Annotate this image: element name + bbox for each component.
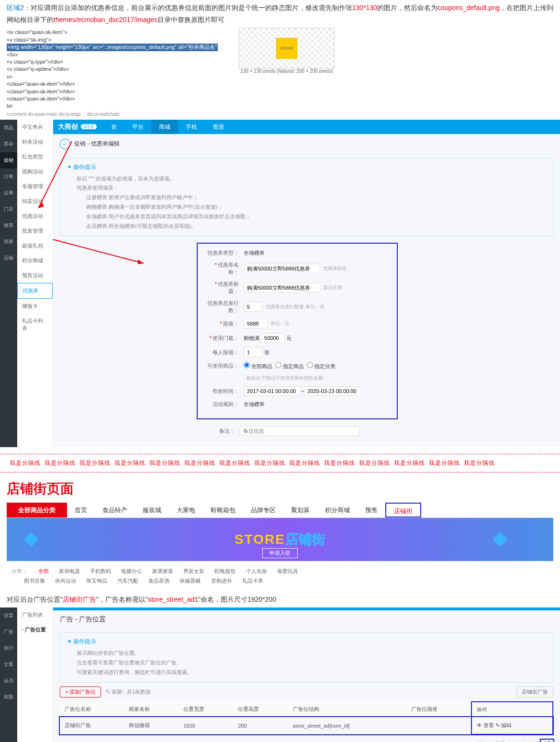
leftbar-item[interactable]: 门店 <box>0 201 17 217</box>
cat-item[interactable]: 礼品卡券 <box>242 576 263 586</box>
nav-tab[interactable]: 积分商城 <box>317 503 358 517</box>
leftbar-item[interactable]: 广告 <box>0 624 17 640</box>
top-tab-active[interactable]: 商城 <box>151 120 178 134</box>
cat-item[interactable]: 鞋靴箱包 <box>214 567 235 576</box>
leftbar-item[interactable]: 会员 <box>0 673 17 689</box>
cat-item[interactable]: 电脑办公 <box>121 567 142 576</box>
page-size-input[interactable] <box>541 740 553 742</box>
subnav-item[interactable]: 广告列表 <box>17 607 53 622</box>
leftbar-item[interactable]: 统计 <box>0 640 17 656</box>
ad-position-table: 广告位名称 商家名称 位置宽度 位置高度 广告位结构 广告位描述 操作 店铺街广… <box>60 701 553 735</box>
thumbnail-preview: 优惠名称 130 × 130 pixels (Natural: 200 × 20… <box>239 28 335 74</box>
leftbar-item[interactable]: 订单 <box>0 169 17 185</box>
leftbar-item[interactable]: 设置 <box>0 607 17 624</box>
logo: 大商创 <box>58 123 78 131</box>
subnav-item[interactable]: 红包类型 <box>17 149 53 164</box>
cat-item[interactable]: 全部 <box>38 567 49 576</box>
nav-tab[interactable]: 聚划算 <box>283 503 317 517</box>
top-tab[interactable]: 资源 <box>205 120 232 134</box>
subnav-item[interactable]: 批发管理 <box>17 224 53 238</box>
nav-tab[interactable]: 预售 <box>358 503 385 517</box>
section-title: 店铺街页面 <box>0 472 560 503</box>
nav-tab[interactable]: 鞋靴箱包 <box>203 503 243 517</box>
date-to[interactable] <box>304 386 361 396</box>
view-link[interactable]: 👁 查看 <box>477 722 494 728</box>
subnav-item[interactable]: 专题管理 <box>17 179 53 194</box>
all-categories-button[interactable]: 全部商品分类 <box>7 503 67 517</box>
cat-item[interactable]: 赏购进补 <box>211 576 232 586</box>
nav-tab-store-street[interactable]: 店铺街 <box>385 503 421 517</box>
subnav-item[interactable]: 礼品卡列表 <box>17 314 53 336</box>
leftbar-item[interactable]: 众筹 <box>0 185 17 201</box>
total-input[interactable] <box>244 302 263 312</box>
face-input[interactable] <box>244 319 268 328</box>
version-badge: V2.0 <box>81 124 97 129</box>
coupon-name-input[interactable] <box>244 264 320 273</box>
cat-item[interactable]: 母婴玩具 <box>277 567 298 576</box>
divider: 我是分隔线我是分隔线我是分隔线我是分隔线我是分隔线我是分隔线我是分隔线我是分隔线… <box>0 454 560 472</box>
cat-item[interactable]: 手机数码 <box>90 567 111 576</box>
tip-box: ✦ 操作提示 标识 "*" 的选项为必填项，其余为选填项。 优惠券使用场景： 注… <box>60 158 553 236</box>
cat-item[interactable]: 家用电器 <box>59 567 80 576</box>
nav-tab[interactable]: 服装城 <box>135 503 169 517</box>
nav-tab[interactable]: 食品特产 <box>95 503 135 517</box>
remark-input[interactable] <box>240 426 359 436</box>
goods-radio-cat[interactable]: 指定分类 <box>307 362 336 370</box>
nav-tab[interactable]: 首页 <box>67 503 95 517</box>
subnav-item[interactable]: 团购活动 <box>17 164 53 179</box>
subnav-item[interactable]: 超值礼包 <box>17 238 53 253</box>
refresh-link[interactable]: ↻ 刷新 - 共1条数据 <box>106 688 151 696</box>
subnav-item[interactable]: 优惠活动 <box>17 209 53 224</box>
subnav-item[interactable]: 预售活动 <box>17 268 53 283</box>
per-input[interactable] <box>244 348 263 357</box>
date-from[interactable] <box>244 386 301 396</box>
leftbar-item[interactable]: 商品 <box>0 120 17 136</box>
cat-item[interactable]: 珠宝饰品 <box>86 576 107 586</box>
goods-radio-spec[interactable]: 指定商品 <box>275 362 304 370</box>
top-tab[interactable]: 手机 <box>178 120 205 134</box>
cat-item[interactable]: 汽车汽配 <box>117 576 138 586</box>
cond-input[interactable] <box>261 333 285 343</box>
subnav-item[interactable]: 夺宝奇兵 <box>17 120 53 135</box>
code-snippet: <iv class="quan-sk-item"> <v class="sk-i… <box>0 28 224 111</box>
intro-paragraph: 区域2：对应调用后台添加的优惠券信息，前台展示的优惠券信息前面的图片则是个统一的… <box>0 0 560 28</box>
filter-button[interactable]: 店铺街广告 <box>516 686 553 697</box>
subnav-item[interactable]: 储值卡 <box>17 299 53 314</box>
admin-coupon-panel: 商品 库存 促销 订单 众筹 门店 推荐 商家 店铺 夺宝奇兵 秒杀活动 红包类… <box>0 120 560 448</box>
nav-tab[interactable]: 大家电 <box>169 503 203 517</box>
top-tab[interactable]: 首 <box>103 120 124 134</box>
breadcrumb: ← 促销 - 优惠券编辑 <box>53 134 560 154</box>
cat-item[interactable]: 休闲运动 <box>55 576 76 586</box>
top-tab[interactable]: 平台 <box>124 120 151 134</box>
table-row[interactable]: 店铺街广告 商创微霸 1920 200 store_street_ad[num_… <box>60 717 553 734</box>
leftbar-item[interactable]: 店铺 <box>0 250 17 266</box>
subnav-item[interactable]: 秒杀活动 <box>17 135 53 149</box>
subnav-item[interactable]: 拍卖活动 <box>17 194 53 209</box>
leftbar-item[interactable]: 权限 <box>0 689 17 705</box>
goods-radio-all[interactable]: 全部商品 <box>244 362 272 370</box>
store-nav: 全部商品分类 首页 食品特产 服装城 大家电 鞋靴箱包 品牌专区 聚划算 积分商… <box>7 503 553 518</box>
add-ad-position-button[interactable]: + 添加广告位 <box>60 686 101 697</box>
cat-item[interactable]: 个人化妆 <box>246 567 267 576</box>
edit-link[interactable]: ✎ 编辑 <box>495 722 512 728</box>
nav-tab[interactable]: 品牌专区 <box>243 503 283 517</box>
category-filter: 分类： 全部 家用电器 手机数码 电脑办公 家居家装 男装女装 鞋靴箱包 个人化… <box>7 564 553 589</box>
cat-item[interactable]: 男装女装 <box>183 567 204 576</box>
cat-item[interactable]: 食品茶酒 <box>148 576 169 586</box>
store-banner: STORE店铺街 申请入驻 <box>7 518 553 561</box>
subnav-item[interactable]: 积分商城 <box>17 253 53 268</box>
subnav-item-active[interactable]: · 广告位置 <box>17 622 53 637</box>
leftbar-item[interactable]: 推荐 <box>0 217 17 234</box>
leftbar-item[interactable]: 文章 <box>0 656 17 673</box>
leftbar-item[interactable]: 库存 <box>0 136 17 152</box>
cat-item[interactable]: 保健器械 <box>179 576 201 586</box>
apply-button[interactable]: 申请入驻 <box>262 548 298 558</box>
cat-item[interactable]: 图书音像 <box>24 576 45 586</box>
leftbar-item[interactable]: 商家 <box>0 234 17 250</box>
subnav-item-active[interactable]: 优惠券 <box>17 283 53 299</box>
coupon-title-input[interactable] <box>244 283 320 292</box>
dom-path: n.content div.quan-main div.q-wrap ... d… <box>0 111 560 120</box>
cat-item[interactable]: 家居家装 <box>152 567 173 576</box>
back-icon[interactable]: ← <box>60 139 70 149</box>
leftbar-item-active[interactable]: 促销 <box>0 152 17 169</box>
